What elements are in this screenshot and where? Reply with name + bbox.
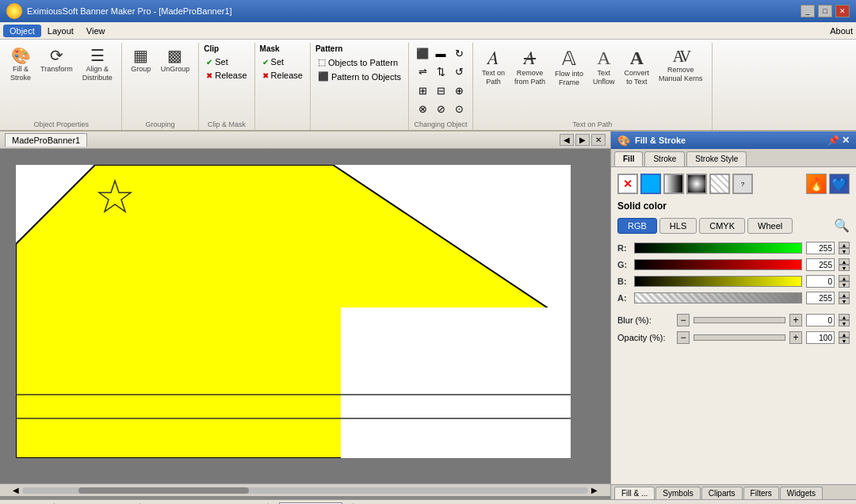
align-left-button[interactable]: ⬛ xyxy=(414,44,431,62)
a-slider-track[interactable] xyxy=(634,292,802,304)
g-slider-track[interactable] xyxy=(634,259,802,270)
bottom-tab-symbols[interactable]: Symbols xyxy=(655,487,700,499)
linear-gradient-button[interactable] xyxy=(663,174,684,194)
clip-set-button[interactable]: ✔ Set xyxy=(204,55,249,68)
stroke-style-tab[interactable]: Stroke Style xyxy=(686,151,747,166)
scrollbar-track-h[interactable] xyxy=(22,487,588,494)
maximize-button[interactable]: □ xyxy=(818,5,832,17)
ungroup-button[interactable]: ▩ UnGroup xyxy=(157,44,194,77)
blur-row: Blur (%): − + ▲ ▼ xyxy=(617,314,850,326)
b-value-input[interactable] xyxy=(806,275,835,288)
opacity-track[interactable] xyxy=(694,334,785,341)
pattern-to-objects-button[interactable]: ⬛ Pattern to Objects xyxy=(315,70,403,83)
objects-to-pattern-button[interactable]: ⬚ Objects to Pattern xyxy=(315,55,403,69)
radial-gradient-button[interactable] xyxy=(686,174,707,194)
rotate-button[interactable]: ↺ xyxy=(450,63,468,80)
scroll-right-btn[interactable]: ▶ xyxy=(591,486,598,494)
blur-spinner-up[interactable]: ▲ xyxy=(839,314,850,320)
opacity-plus-button[interactable]: + xyxy=(789,331,802,344)
g-spinner-up[interactable]: ▲ xyxy=(839,258,850,265)
clip-release-button[interactable]: ✖ Release xyxy=(204,69,249,82)
opacity-minus-button[interactable]: − xyxy=(677,331,690,344)
hls-tab[interactable]: HLS xyxy=(659,218,697,234)
canvas-scrollbar-h[interactable]: ◀ ▶ xyxy=(0,483,610,496)
flip-v-button[interactable]: ⇅ xyxy=(432,63,449,80)
align-center-button[interactable]: ▬ xyxy=(432,44,449,62)
zoom-button[interactable]: ⊕ xyxy=(450,82,468,99)
mask-set-button[interactable]: ✔ Set xyxy=(260,55,305,68)
bottom-tab-filters[interactable]: Filters xyxy=(743,487,779,499)
object-op3-button[interactable]: ⊙ xyxy=(450,100,468,117)
group-pattern: Pattern ⬚ Objects to Pattern ⬛ Pattern t… xyxy=(311,43,409,130)
fill-stroke-button[interactable]: 🎨 Fill &Stroke xyxy=(6,44,35,86)
flow-into-frame-button[interactable]: 𝔸 Flow intoFrame xyxy=(551,44,587,90)
panel-close-button[interactable]: ✕ xyxy=(842,135,850,146)
b-spinner-up[interactable]: ▲ xyxy=(839,275,850,281)
opacity-spinner-down[interactable]: ▼ xyxy=(839,338,850,344)
r-value-input[interactable] xyxy=(806,242,835,254)
bottom-tab-fill[interactable]: Fill & ... xyxy=(614,487,655,499)
panel-title-icon: 🎨 xyxy=(617,135,630,147)
transform-button[interactable]: ⟳ Transform xyxy=(36,44,77,77)
r-slider-track[interactable] xyxy=(634,242,802,254)
scroll-left-btn[interactable]: ◀ xyxy=(13,486,19,494)
a-spinner-down[interactable]: ▼ xyxy=(839,298,850,304)
menu-object[interactable]: Object xyxy=(3,25,41,37)
align-right-button[interactable]: ↻ xyxy=(450,44,468,62)
canvas-area[interactable] xyxy=(0,149,610,483)
scrollbar-thumb-h[interactable] xyxy=(78,487,248,494)
g-spinner-down[interactable]: ▼ xyxy=(839,265,850,271)
b-spinner-down[interactable]: ▼ xyxy=(839,281,850,288)
blur-plus-button[interactable]: + xyxy=(789,314,802,326)
g-value-input[interactable] xyxy=(806,258,835,271)
bottom-tab-widgets[interactable]: Widgets xyxy=(780,487,823,499)
eyedropper-icon[interactable]: 🔍 xyxy=(834,219,850,232)
bottom-tab-cliparts[interactable]: Cliparts xyxy=(701,487,743,499)
canvas-tab[interactable]: MadeProBanner1 xyxy=(5,133,87,147)
blur-spinner-down[interactable]: ▼ xyxy=(839,320,850,326)
remove-manual-kerns-button[interactable]: AV RemoveManual Kerns xyxy=(655,44,707,86)
flat-color-button[interactable] xyxy=(640,174,661,194)
blur-minus-button[interactable]: − xyxy=(677,314,690,326)
stroke-tab[interactable]: Stroke xyxy=(644,151,685,166)
opacity-spinner-up[interactable]: ▲ xyxy=(839,331,850,338)
minimize-button[interactable]: _ xyxy=(801,5,815,17)
mask-release-button[interactable]: ✖ Release xyxy=(260,69,305,82)
color-extra-2-button[interactable]: 💙 xyxy=(829,174,850,194)
distribute-h-button[interactable]: ⊞ xyxy=(414,82,431,99)
group-button[interactable]: ▦ Group xyxy=(127,44,155,77)
text-unflow-button[interactable]: A TextUnflow xyxy=(589,44,619,90)
close-button[interactable]: ✕ xyxy=(835,5,850,17)
text-on-path-button[interactable]: 𝐴 Text onPath xyxy=(478,44,509,90)
menu-layout[interactable]: Layout xyxy=(41,25,80,37)
convert-to-text-button[interactable]: A Convertto Text xyxy=(621,44,654,90)
panel-pin-button[interactable]: 📌 xyxy=(827,135,839,146)
distribute-v-button[interactable]: ⊟ xyxy=(432,82,449,99)
menu-view[interactable]: View xyxy=(80,25,112,37)
fill-tab[interactable]: Fill xyxy=(614,151,643,166)
cmyk-tab[interactable]: CMYK xyxy=(699,218,745,234)
unknown-fill-button[interactable]: ? xyxy=(732,174,753,194)
r-spinner-up[interactable]: ▲ xyxy=(839,242,850,248)
b-slider-track[interactable] xyxy=(634,276,802,287)
r-spinner-down[interactable]: ▼ xyxy=(839,248,850,254)
about-menu[interactable]: About xyxy=(830,26,853,36)
canvas-nav-left[interactable]: ◀ xyxy=(560,134,574,146)
pattern-fill-button[interactable] xyxy=(709,174,730,194)
blur-track[interactable] xyxy=(694,317,785,323)
blur-value-input[interactable] xyxy=(806,314,835,326)
canvas-close[interactable]: ✕ xyxy=(591,134,606,146)
flip-h-button[interactable]: ⇌ xyxy=(414,63,431,80)
color-extra-1-button[interactable]: 🔥 xyxy=(806,174,827,194)
rgb-tab[interactable]: RGB xyxy=(617,218,657,234)
opacity-value-input[interactable] xyxy=(806,331,835,344)
a-value-input[interactable] xyxy=(806,292,835,304)
canvas-nav-right[interactable]: ▶ xyxy=(575,134,590,146)
align-distribute-button[interactable]: ☰ Align &Distribute xyxy=(78,44,117,86)
object-op2-button[interactable]: ⊘ xyxy=(432,100,449,117)
remove-from-path-button[interactable]: 𝐴 Removefrom Path xyxy=(510,44,549,90)
a-spinner-up[interactable]: ▲ xyxy=(839,292,850,298)
object-op1-button[interactable]: ⊗ xyxy=(414,100,431,117)
no-color-button[interactable] xyxy=(617,174,638,194)
wheel-tab[interactable]: Wheel xyxy=(747,218,793,234)
